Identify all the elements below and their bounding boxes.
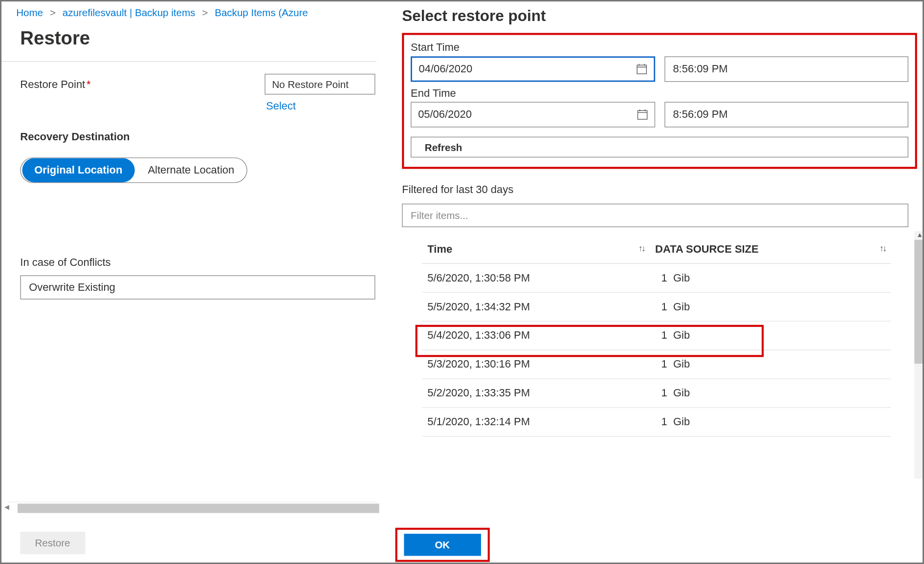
- breadcrumb-vault[interactable]: azurefilesvault | Backup items: [63, 7, 195, 18]
- table-row[interactable]: 5/6/2020, 1:30:58 PM1 Gib: [422, 263, 891, 292]
- calendar-icon[interactable]: [637, 109, 647, 120]
- panel-title: Select restore point: [402, 1, 924, 33]
- sort-icon[interactable]: ↑↓: [880, 243, 885, 254]
- breadcrumb-home[interactable]: Home: [16, 7, 43, 18]
- restore-point-value[interactable]: No Restore Point: [264, 74, 375, 94]
- table-row[interactable]: 5/2/2020, 1:33:35 PM1 Gib: [422, 379, 891, 408]
- scrollbar-thumb[interactable]: [18, 504, 379, 513]
- horizontal-scrollbar[interactable]: ◄: [8, 501, 377, 514]
- restore-point-label: Restore Point*: [20, 78, 264, 90]
- table-row[interactable]: 5/5/2020, 1:34:32 PM1 Gib: [422, 292, 891, 321]
- page-title: Restore: [1, 23, 376, 61]
- chevron-right-icon: >: [202, 7, 208, 18]
- refresh-button[interactable]: Refresh: [411, 137, 908, 157]
- svg-rect-4: [638, 110, 647, 119]
- restore-points-table: Time ↑↓ DATA SOURCE SIZE ↑↓ 5/6/2020, 1:…: [422, 231, 891, 437]
- conflicts-label: In case of Conflicts: [1, 183, 376, 268]
- ok-button[interactable]: OK: [404, 534, 481, 556]
- sort-icon[interactable]: ↑↓: [638, 243, 644, 254]
- select-restore-point-panel: Select restore point Start Time 04/06/20…: [379, 1, 924, 564]
- conflicts-dropdown[interactable]: Overwrite Existing: [20, 275, 375, 299]
- col-size[interactable]: DATA SOURCE SIZE: [655, 243, 758, 255]
- end-time-input[interactable]: 8:56:09 PM: [664, 102, 908, 128]
- scroll-up-icon[interactable]: ▲: [914, 231, 924, 239]
- recovery-destination-label: Recovery Destination: [1, 112, 376, 143]
- scroll-left-icon[interactable]: ◄: [3, 502, 11, 512]
- calendar-icon[interactable]: [636, 64, 647, 74]
- col-time[interactable]: Time: [427, 243, 452, 255]
- select-restore-point-link[interactable]: Select: [1, 94, 376, 112]
- chevron-right-icon: >: [50, 7, 56, 18]
- seg-alternate-location[interactable]: Alternate Location: [136, 158, 246, 182]
- start-time-input[interactable]: 8:56:09 PM: [664, 56, 908, 82]
- vertical-scrollbar[interactable]: ▲: [914, 231, 924, 479]
- table-row[interactable]: 5/4/2020, 1:33:06 PM1 Gib: [422, 321, 891, 350]
- restore-button: Restore: [20, 532, 85, 554]
- seg-original-location[interactable]: Original Location: [22, 158, 134, 182]
- ok-highlight: OK: [396, 528, 489, 562]
- table-row[interactable]: 5/1/2020, 1:32:14 PM1 Gib: [422, 408, 891, 436]
- table-row[interactable]: 5/3/2020, 1:30:16 PM1 Gib: [422, 350, 891, 379]
- breadcrumb-items[interactable]: Backup Items (Azure: [215, 7, 308, 18]
- start-date-input[interactable]: 04/06/2020: [411, 56, 655, 82]
- restore-page: Home > azurefilesvault | Backup items > …: [1, 1, 376, 564]
- scrollbar-thumb[interactable]: [914, 240, 924, 364]
- end-date-input[interactable]: 05/06/2020: [411, 102, 655, 128]
- svg-rect-0: [637, 65, 646, 74]
- end-time-label: End Time: [411, 87, 908, 99]
- breadcrumb: Home > azurefilesvault | Backup items > …: [1, 1, 376, 23]
- recovery-destination-toggle[interactable]: Original Location Alternate Location: [20, 157, 247, 183]
- filter-status: Filtered for last 30 days: [402, 184, 924, 196]
- start-time-label: Start Time: [411, 42, 908, 54]
- filter-input[interactable]: Filter items...: [402, 204, 908, 227]
- time-range-highlight: Start Time 04/06/2020 8:56:09 PM End Tim…: [402, 33, 917, 169]
